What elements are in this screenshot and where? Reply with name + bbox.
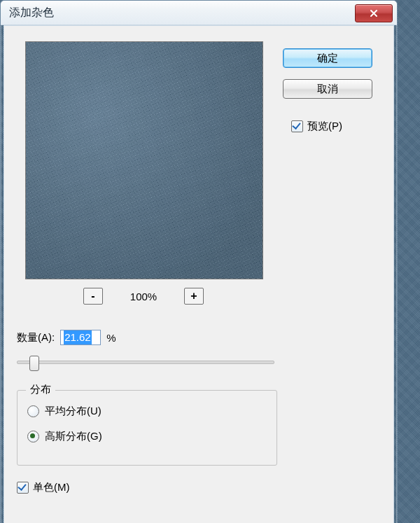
uniform-radio[interactable] xyxy=(27,405,39,417)
amount-label: 数量(A): xyxy=(17,331,55,344)
titlebar[interactable]: 添加杂色 xyxy=(1,1,397,25)
uniform-radio-label: 平均分布(U) xyxy=(45,405,102,418)
gaussian-radio-label: 高斯分布(G) xyxy=(45,430,102,443)
dialog-client-area: - 100% + 确定 取消 预览(P) 数量(A): 21.62 % xyxy=(4,25,394,523)
amount-slider[interactable] xyxy=(17,354,274,370)
monochrome-checkbox[interactable] xyxy=(17,482,29,494)
monochrome-label: 单色(M) xyxy=(33,481,70,494)
ok-button-label: 确定 xyxy=(317,52,338,64)
cancel-button-label: 取消 xyxy=(317,83,338,95)
slider-thumb[interactable] xyxy=(29,356,39,371)
minus-icon: - xyxy=(91,291,94,302)
close-icon xyxy=(370,9,378,18)
zoom-level-label: 100% xyxy=(122,291,164,302)
monochrome-row: 单色(M) xyxy=(17,481,70,494)
dialog-title: 添加杂色 xyxy=(9,6,54,20)
close-button[interactable] xyxy=(355,4,393,22)
amount-row: 数量(A): 21.62 % xyxy=(17,330,116,345)
gaussian-radio[interactable] xyxy=(27,431,39,442)
add-noise-dialog: 添加杂色 - 100% + 确定 取消 预览(P) xyxy=(0,0,398,523)
amount-unit: % xyxy=(106,332,115,344)
preview-checkbox[interactable] xyxy=(291,120,303,132)
zoom-out-button[interactable]: - xyxy=(83,288,103,305)
amount-input[interactable]: 21.62 xyxy=(60,330,101,345)
preview-checkbox-label: 预览(P) xyxy=(307,120,342,133)
uniform-radio-row: 平均分布(U) xyxy=(27,405,102,418)
preview-image[interactable] xyxy=(25,41,263,279)
preview-checkbox-row: 预览(P) xyxy=(291,120,342,133)
distribution-group: 分布 平均分布(U) 高斯分布(G) xyxy=(17,390,277,466)
distribution-legend: 分布 xyxy=(26,383,55,396)
slider-track xyxy=(17,361,274,364)
gaussian-radio-row: 高斯分布(G) xyxy=(27,430,102,443)
plus-icon: + xyxy=(190,291,197,302)
cancel-button[interactable]: 取消 xyxy=(283,79,372,99)
amount-value: 21.62 xyxy=(64,330,92,344)
ok-button[interactable]: 确定 xyxy=(283,48,372,68)
zoom-controls: - 100% + xyxy=(25,286,262,306)
zoom-in-button[interactable]: + xyxy=(184,288,204,305)
